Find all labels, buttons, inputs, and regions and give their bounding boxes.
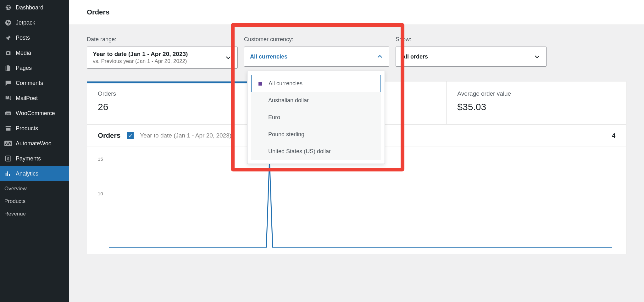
- sidebar-item-comments[interactable]: Comments: [0, 76, 69, 91]
- y-tick: 15: [98, 156, 103, 162]
- sub-item-products[interactable]: Products: [0, 195, 69, 208]
- sidebar-item-label: MailPoet: [16, 95, 38, 102]
- sidebar-item-label: Products: [16, 125, 38, 132]
- currency-option-usd[interactable]: United States (US) dollar: [251, 143, 381, 160]
- date-range-select[interactable]: Year to date (Jan 1 - Apr 20, 2023) vs. …: [87, 47, 238, 69]
- sidebar-item-media[interactable]: Media: [0, 45, 69, 60]
- comment-icon: [4, 79, 12, 87]
- option-label: Euro: [268, 114, 280, 120]
- stat-tab-avg-order-value[interactable]: Average order value $35.03: [447, 81, 626, 124]
- chevron-down-icon: [225, 54, 232, 61]
- stat-tab-orders[interactable]: Orders 26: [87, 81, 267, 124]
- sidebar-item-products[interactable]: Products: [0, 121, 69, 136]
- option-label: Pound sterling: [268, 131, 304, 137]
- sidebar-item-label: Pages: [16, 65, 32, 71]
- sidebar-item-jetpack[interactable]: Jetpack: [0, 15, 69, 30]
- woo-icon: woo: [4, 109, 12, 117]
- filter-date-range: Date range: Year to date (Jan 1 - Apr 20…: [87, 36, 238, 69]
- date-range-secondary: vs. Previous year (Jan 1 - Apr 20, 2022): [93, 58, 188, 64]
- sidebar-item-mailpoet[interactable]: MailPoet: [0, 91, 69, 106]
- sidebar-item-posts[interactable]: Posts: [0, 30, 69, 45]
- sub-item-overview[interactable]: Overview: [0, 182, 69, 195]
- mailpoet-icon: [4, 94, 12, 102]
- show-value: All orders: [402, 53, 428, 60]
- currency-option-eur[interactable]: Euro: [251, 109, 381, 126]
- currency-option-all[interactable]: All currencies: [251, 75, 381, 92]
- currency-option-gbp[interactable]: Pound sterling: [251, 126, 381, 143]
- filter-label: Customer currency:: [244, 36, 389, 43]
- sidebar-item-label: Dashboard: [16, 4, 43, 11]
- stat-value: 26: [98, 102, 256, 112]
- sidebar-item-pages[interactable]: Pages: [0, 60, 69, 76]
- chart-line: [109, 150, 612, 248]
- currency-option-aud[interactable]: Australian dollar: [251, 92, 381, 109]
- svg-point-0: [5, 20, 11, 25]
- sidebar-item-label: Jetpack: [16, 20, 35, 26]
- camera-icon: [4, 49, 12, 57]
- option-label: United States (US) dollar: [268, 148, 331, 154]
- option-label: All currencies: [269, 80, 303, 87]
- sidebar-item-analytics[interactable]: Analytics: [0, 166, 69, 181]
- filter-label: Show:: [396, 36, 547, 43]
- show-select[interactable]: All orders: [396, 47, 547, 67]
- sidebar-item-label: WooCommerce: [16, 110, 55, 117]
- chevron-down-icon: [534, 53, 541, 60]
- archive-icon: [4, 125, 12, 132]
- filter-label: Date range:: [87, 36, 238, 43]
- filter-bar: Date range: Year to date (Jan 1 - Apr 20…: [69, 25, 644, 81]
- sidebar-item-label: AutomateWoo: [16, 140, 52, 147]
- currency-dropdown: All currencies Australian dollar Euro Po…: [247, 71, 385, 164]
- currency-value: All currencies: [250, 53, 287, 60]
- sidebar-item-label: Payments: [16, 155, 41, 162]
- chart-title: Orders: [98, 131, 120, 140]
- stat-label: Orders: [98, 90, 256, 97]
- admin-sidebar: Dashboard Jetpack Posts Media Pages Comm…: [0, 0, 69, 302]
- sidebar-item-woocommerce[interactable]: woo WooCommerce: [0, 106, 69, 121]
- legend-checkbox[interactable]: [127, 132, 134, 139]
- stat-value: $35.03: [457, 102, 615, 112]
- main-content: Orders Date range: Year to date (Jan 1 -…: [69, 0, 644, 302]
- dollar-box-icon: $: [4, 155, 12, 162]
- y-tick: 10: [98, 191, 103, 196]
- chevron-up-icon: [376, 53, 383, 60]
- sidebar-item-payments[interactable]: $ Payments: [0, 151, 69, 166]
- sub-item-revenue[interactable]: Revenue: [0, 208, 69, 220]
- currency-select[interactable]: All currencies: [244, 47, 389, 67]
- analytics-submenu: Overview Products Revenue: [0, 181, 69, 223]
- sidebar-item-dashboard[interactable]: Dashboard: [0, 0, 69, 15]
- gauge-icon: [4, 4, 12, 11]
- bolt-circle-icon: [4, 19, 12, 26]
- sidebar-item-label: Posts: [16, 35, 30, 41]
- pages-icon: [4, 64, 12, 72]
- legend-label: Year to date (Jan 1 - Apr 20, 2023): [140, 132, 231, 139]
- pin-icon: [4, 34, 12, 42]
- option-label: Australian dollar: [268, 97, 309, 103]
- bar-chart-icon: [4, 170, 12, 177]
- stat-label: Average order value: [457, 90, 615, 97]
- aw-badge-icon: AW: [4, 140, 12, 147]
- page-title: Orders: [69, 0, 644, 25]
- selected-marker-icon: [258, 82, 262, 86]
- sidebar-item-label: Analytics: [16, 171, 38, 177]
- filter-show: Show: All orders: [396, 36, 547, 69]
- sidebar-item-automatewoo[interactable]: AW AutomateWoo: [0, 136, 69, 151]
- svg-text:woo: woo: [6, 112, 11, 115]
- sidebar-item-label: Comments: [16, 80, 43, 87]
- svg-text:$: $: [7, 157, 9, 161]
- secondary-trailing-value: 4: [612, 132, 615, 139]
- filter-currency: Customer currency: All currencies All cu…: [244, 36, 389, 69]
- date-range-primary: Year to date (Jan 1 - Apr 20, 2023): [93, 51, 188, 58]
- sidebar-item-label: Media: [16, 50, 31, 56]
